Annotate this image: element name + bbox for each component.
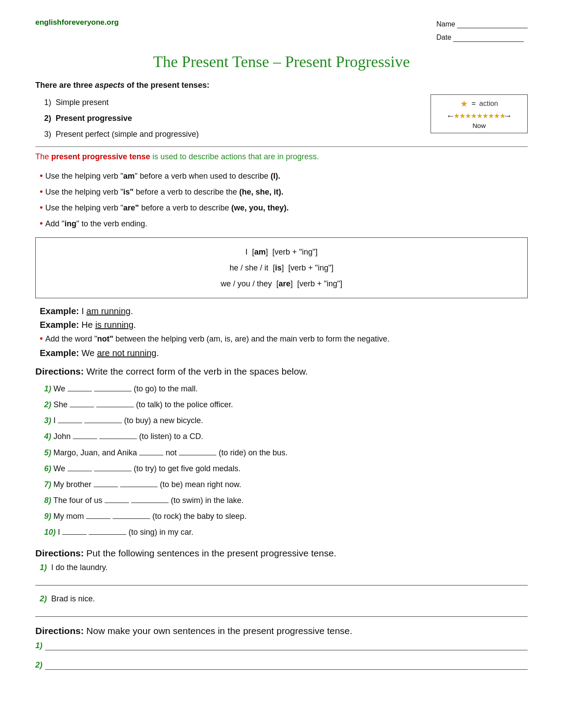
- site-text: englishforeveryone.org: [35, 18, 119, 26]
- ex1-1: 1) We (to go) to the mall.: [44, 381, 528, 396]
- section-divider: [35, 146, 528, 147]
- negative-rule: Add the word "not" between the helping v…: [40, 334, 528, 344]
- directions1-label: Directions:: [35, 366, 84, 376]
- site-name: englishforeveryone.org: [35, 18, 119, 27]
- directions3-label: Directions:: [35, 626, 84, 636]
- ex2-2-sentence: 2) Brad is nice.: [35, 594, 528, 604]
- ex2-2-writeline[interactable]: [35, 607, 528, 617]
- bullet-are: Use the helping verb "are" before a verb…: [40, 199, 528, 215]
- name-date-block: Name Date: [436, 18, 528, 45]
- formula-line1: I [am] [verb + "ing"]: [49, 244, 514, 260]
- name-field[interactable]: [457, 20, 528, 28]
- ex1-2: 2) She (to talk) to the police officer.: [44, 397, 528, 412]
- ex2-1-writeline[interactable]: [35, 576, 528, 585]
- list-item-1: 1) Simple present: [44, 94, 199, 110]
- directions1-text: Write the correct form of the verb in th…: [87, 366, 308, 376]
- content-row: 1) Simple present 2) Present progressive…: [35, 94, 528, 142]
- diagram-legend: ★ = action: [437, 98, 521, 109]
- stars-line: ★★★★★★★★★: [453, 112, 505, 120]
- bullet-is: Use the helping verb "is" before a verb …: [40, 184, 528, 199]
- list-item-3: 3) Present perfect (simple and progressi…: [44, 126, 199, 142]
- date-label: Date: [436, 31, 451, 44]
- page-title: The Present Tense – Present Progressive: [35, 53, 528, 71]
- directions2-heading: Directions: Put the following sentences …: [35, 548, 528, 559]
- ex1-6: 6) We (to try) to get five gold medals.: [44, 461, 528, 476]
- ex1-5: 5) Margo, Juan, and Anika not (to ride) …: [44, 445, 528, 460]
- timeline-row: ← ★★★★★★★★★ →: [437, 111, 521, 121]
- definition-text: The present progressive tense is used to…: [35, 152, 528, 161]
- ex1-4: 4) John (to listen) to a CD.: [44, 429, 528, 444]
- formula-line2: he / she / it [is] [verb + "ing"]: [49, 260, 514, 276]
- own-num-2: 2): [35, 660, 42, 670]
- date-field[interactable]: [453, 34, 524, 42]
- own-line-2[interactable]: [45, 660, 528, 670]
- own-num-1: 1): [35, 641, 42, 650]
- def-text1: The: [35, 152, 51, 161]
- ex1-10: 10) I (to sing) in my car.: [44, 525, 528, 540]
- action-text: action: [479, 100, 498, 108]
- ex1-9: 9) My mom (to rock) the baby to sleep.: [44, 509, 528, 524]
- example-2: Example: He is running.: [40, 320, 528, 330]
- star-icon: ★: [460, 98, 468, 109]
- helping-verb-list: Use the helping verb "am" before a verb …: [35, 168, 528, 231]
- example-3-neg: Example: We are not running.: [40, 348, 528, 358]
- directions1-heading: Directions: Write the correct form of th…: [35, 366, 528, 377]
- directions2-text: Put the following sentences in the prese…: [87, 548, 336, 558]
- own-line-1[interactable]: [45, 641, 528, 650]
- intro-bold: There are three aspects of the present t…: [35, 81, 209, 90]
- bullet-ing: Add "ing" to the verb ending.: [40, 215, 528, 231]
- ex1-3: 3) I (to buy) a new bicycle.: [44, 413, 528, 428]
- intro-text: There are three aspects of the present t…: [35, 81, 528, 90]
- ex2-1-sentence: 1) I do the laundry.: [35, 563, 528, 572]
- name-label: Name: [436, 18, 455, 31]
- ex1-7: 7) My brother (to be) mean right now.: [44, 477, 528, 492]
- example-1: Example: I am running.: [40, 306, 528, 316]
- directions3-heading: Directions: Now make your own sentences …: [35, 626, 528, 636]
- exercise-list-1: 1) We (to go) to the mall. 2) She (to ta…: [35, 381, 528, 540]
- equals-sign: =: [472, 100, 476, 108]
- directions3-text: Now make your own sentences in the prese…: [87, 626, 352, 636]
- page-header: englishforeveryone.org Name Date: [35, 18, 528, 45]
- now-label: Now: [437, 122, 521, 129]
- name-line: Name: [436, 18, 528, 31]
- diagram-box: ★ = action ← ★★★★★★★★★ → Now: [431, 94, 528, 133]
- bullet-am: Use the helping verb "am" before a verb …: [40, 168, 528, 184]
- formula-line3: we / you / they [are] [verb + "ing"]: [49, 276, 514, 292]
- directions2-label: Directions:: [35, 548, 84, 558]
- own-sentence-2: 2): [35, 660, 528, 670]
- def-phrase: present progressive tense: [51, 152, 150, 161]
- ex1-8: 8) The four of us (to swim) in the lake.: [44, 493, 528, 508]
- arrow-right-icon: →: [503, 111, 512, 121]
- date-line: Date: [436, 31, 528, 44]
- own-sentence-1: 1): [35, 641, 528, 650]
- list-item-2: 2) Present progressive: [44, 110, 199, 126]
- tense-list: 1) Simple present 2) Present progressive…: [35, 94, 199, 142]
- formula-box: I [am] [verb + "ing"] he / she / it [is]…: [35, 237, 528, 298]
